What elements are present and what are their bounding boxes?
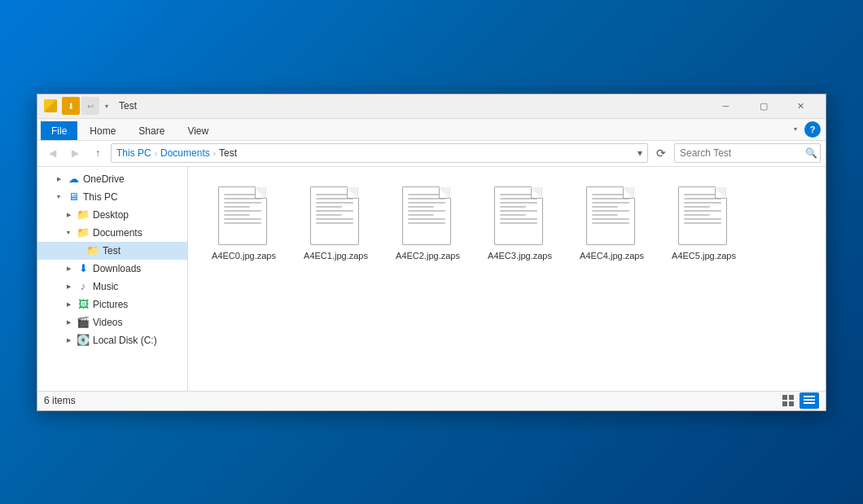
svg-rect-4: [804, 396, 815, 397]
onedrive-icon: ☁: [67, 173, 80, 186]
file-item[interactable]: A4EC4.jpg.zaps: [569, 180, 655, 268]
sidebar-item-downloads[interactable]: ⬇ Downloads: [37, 260, 187, 278]
file-item[interactable]: A4EC5.jpg.zaps: [661, 180, 747, 268]
sidebar-label-onedrive: OneDrive: [83, 173, 125, 185]
address-path[interactable]: This PC › Documents › Test ▾: [111, 143, 648, 163]
item-count: 6 items: [44, 395, 772, 406]
downloads-icon: ⬇: [77, 262, 90, 275]
file-name-3: A4EC3.jpg.zaps: [488, 250, 552, 261]
refresh-button[interactable]: ⟳: [651, 143, 671, 163]
path-sep-2: ›: [213, 149, 216, 158]
quick-access-btn-2[interactable]: ↩: [81, 97, 99, 115]
file-icon-2: [402, 186, 454, 247]
arrow-thispc: [54, 192, 64, 202]
view-toggle: [778, 392, 819, 409]
sidebar-label-test: Test: [103, 245, 120, 256]
file-icon-4: [586, 186, 638, 247]
sidebar-label-downloads: Downloads: [93, 263, 141, 274]
list-view-icon: [782, 395, 794, 406]
window-icon: [44, 99, 57, 112]
tab-home[interactable]: Home: [79, 121, 126, 140]
arrow-localdisk: [64, 335, 73, 345]
sidebar-item-onedrive[interactable]: ☁ OneDrive: [37, 170, 187, 188]
tab-share[interactable]: Share: [128, 121, 175, 140]
minimize-button[interactable]: ─: [707, 94, 744, 118]
view-icons-button[interactable]: [799, 392, 819, 409]
ribbon-collapse-button[interactable]: ▾: [790, 121, 801, 138]
ribbon: File Home Share View ▾ ?: [37, 119, 826, 141]
sidebar-item-videos[interactable]: 🎬 Videos: [37, 313, 187, 331]
quick-access-btn-1[interactable]: ⬇: [62, 97, 80, 115]
search-box[interactable]: 🔍: [674, 143, 821, 163]
close-button[interactable]: ✕: [782, 94, 819, 118]
quick-access-dropdown[interactable]: ▾: [101, 97, 112, 115]
maximize-button[interactable]: ▢: [745, 94, 782, 118]
file-name-2: A4EC2.jpg.zaps: [396, 250, 460, 261]
forward-button[interactable]: ▶: [65, 143, 85, 163]
help-button[interactable]: ?: [804, 121, 821, 138]
file-item[interactable]: A4EC0.jpg.zaps: [201, 180, 287, 268]
up-button[interactable]: ↑: [88, 143, 107, 163]
svg-rect-0: [782, 395, 787, 400]
arrow-downloads: [64, 264, 73, 274]
sidebar-label-thispc: This PC: [83, 191, 118, 203]
path-part-thispc[interactable]: This PC: [116, 147, 151, 159]
sidebar-label-pictures: Pictures: [93, 299, 128, 310]
path-sep-1: ›: [155, 149, 157, 158]
music-icon: ♪: [77, 280, 90, 293]
search-input[interactable]: [680, 147, 802, 159]
localdisk-icon: 💽: [77, 334, 90, 347]
desktop-icon: 📁: [77, 208, 90, 221]
window-controls: ─ ▢ ✕: [707, 94, 819, 118]
sidebar-item-thispc[interactable]: 🖥 This PC: [37, 188, 187, 206]
path-part-documents[interactable]: Documents: [160, 147, 210, 159]
file-name-4: A4EC4.jpg.zaps: [580, 250, 644, 261]
arrow-documents: [64, 228, 73, 238]
path-dropdown-arrow[interactable]: ▾: [637, 147, 642, 159]
arrow-videos: [64, 318, 73, 327]
tab-view[interactable]: View: [177, 121, 219, 140]
file-item[interactable]: A4EC2.jpg.zaps: [385, 180, 471, 268]
search-icon[interactable]: 🔍: [805, 147, 817, 159]
sidebar-item-pictures[interactable]: 🖼 Pictures: [37, 296, 187, 313]
file-name-0: A4EC0.jpg.zaps: [212, 250, 276, 261]
arrow-music: [64, 282, 73, 291]
thispc-icon: 🖥: [67, 191, 80, 204]
sidebar-label-desktop: Desktop: [93, 209, 129, 221]
sidebar-item-documents[interactable]: 📁 Documents: [37, 224, 187, 242]
svg-rect-1: [789, 395, 794, 400]
path-part-test[interactable]: Test: [219, 147, 237, 159]
videos-icon: 🎬: [77, 316, 90, 329]
sidebar-label-localdisk: Local Disk (C:): [93, 335, 157, 346]
sidebar-label-music: Music: [93, 281, 118, 292]
svg-rect-6: [804, 402, 815, 404]
file-item[interactable]: A4EC3.jpg.zaps: [477, 180, 563, 268]
sidebar: ☁ OneDrive 🖥 This PC 📁 Desktop 📁 Documen…: [37, 167, 188, 391]
sidebar-item-music[interactable]: ♪ Music: [37, 278, 187, 296]
window-title: Test: [119, 100, 707, 112]
sidebar-item-localdisk[interactable]: 💽 Local Disk (C:): [37, 331, 187, 349]
back-button[interactable]: ◀: [42, 143, 62, 163]
file-name-1: A4EC1.jpg.zaps: [304, 250, 368, 261]
file-icon-1: [310, 186, 362, 247]
ribbon-tab-bar: File Home Share View: [37, 119, 222, 140]
status-bar: 6 items: [37, 391, 826, 410]
quick-access-toolbar: ⬇ ↩ ▾: [62, 97, 112, 115]
svg-rect-3: [789, 401, 794, 406]
svg-rect-2: [782, 401, 787, 406]
explorer-window: ⬇ ↩ ▾ Test ─ ▢ ✕ File Home Share View ▾ …: [37, 94, 826, 411]
svg-rect-5: [804, 399, 815, 401]
arrow-onedrive: [54, 174, 64, 184]
file-name-5: A4EC5.jpg.zaps: [672, 250, 736, 261]
sidebar-item-desktop[interactable]: 📁 Desktop: [37, 206, 187, 224]
file-icon-3: [494, 186, 546, 247]
file-item[interactable]: A4EC1.jpg.zaps: [293, 180, 379, 268]
sidebar-item-test[interactable]: 📁 Test: [37, 242, 187, 260]
file-icon-5: [678, 186, 730, 247]
file-icon-0: [218, 186, 270, 247]
tab-file[interactable]: File: [41, 121, 77, 140]
arrow-desktop: [64, 210, 73, 220]
test-folder-icon: 📁: [86, 244, 99, 257]
title-bar: ⬇ ↩ ▾ Test ─ ▢ ✕: [37, 94, 826, 119]
view-list-button[interactable]: [778, 392, 798, 409]
